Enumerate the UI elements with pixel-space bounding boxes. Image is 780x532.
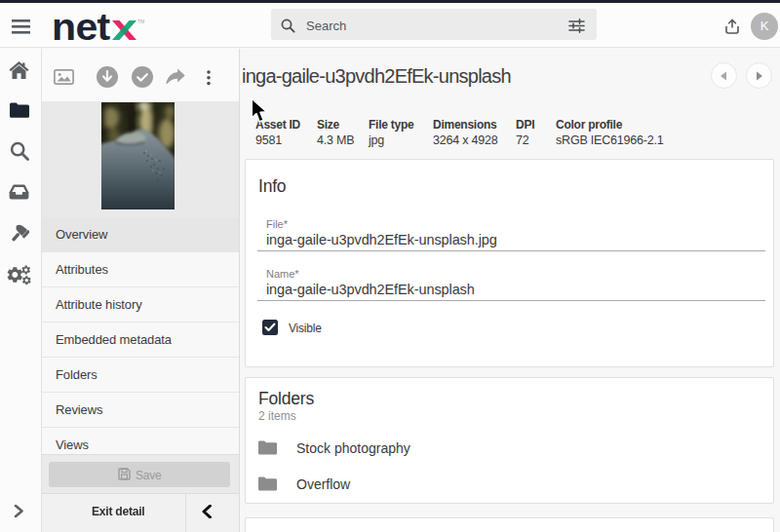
svg-text:TM: TM — [137, 19, 144, 24]
svg-text:net: net — [52, 10, 110, 45]
